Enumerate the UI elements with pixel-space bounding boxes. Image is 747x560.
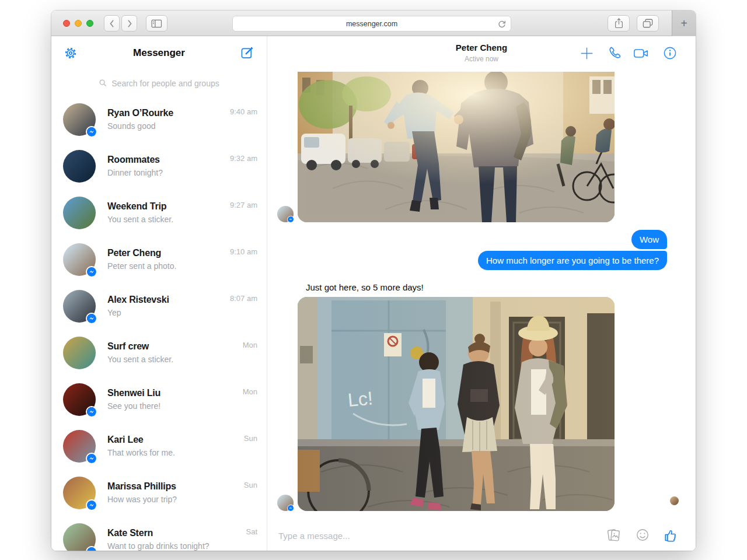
conversation-preview: See you there! [107,401,257,411]
outgoing-bubble: How much longer are you going to be ther… [478,251,667,270]
chevron-right-icon [127,19,132,28]
messenger-app: Messenger Search for people and groups R… [51,36,696,551]
conversation-avatar [63,197,96,229]
zoom-window-button[interactable] [86,20,93,27]
composer [267,520,696,551]
conversation-avatar [63,103,96,136]
conversation-time: 9:32 am [230,154,257,163]
thumbs-up-icon [664,528,679,543]
emoji-button[interactable] [636,528,651,543]
forward-button[interactable] [121,15,137,32]
conversation-preview: How was your trip? [107,495,257,504]
search-input[interactable]: Search for people and groups [51,70,267,96]
minimize-window-button[interactable] [75,20,82,27]
conversation-preview: Want to grab drinks tonight? [107,541,257,551]
info-icon [663,46,677,60]
conversation-time: 8:07 am [230,294,257,303]
conversation-avatar [63,477,96,509]
compose-icon [240,46,254,60]
settings-button[interactable] [64,47,77,60]
info-button[interactable] [662,45,678,61]
conversation-name: Shenwei Liu [107,388,257,398]
conversation-time: Mon [243,341,257,349]
message-input[interactable] [277,530,569,541]
conversation-row[interactable]: Ryan O’Rourke Sounds good 9:40 am [51,96,267,143]
reload-icon [497,19,507,29]
messenger-badge [287,216,295,223]
message-avatar [277,495,294,511]
conversation-preview: Peter sent a photo. [107,261,257,271]
message-avatar [277,206,294,222]
conversation-preview: Yep [107,308,257,317]
photos-icon [606,528,622,543]
emoji-smile-icon [636,528,650,542]
conversation-texts: Shenwei Liu See you there! [107,388,257,412]
conversation-name: Surf crew [107,341,257,352]
conversation-avatar [63,150,96,183]
chevron-left-icon [109,19,115,28]
conversation-name: Marissa Phillips [107,481,257,492]
share-icon [614,18,624,29]
conversation-list[interactable]: Ryan O’Rourke Sounds good 9:40 am Roomma… [51,96,267,551]
conversation-row[interactable]: Roommates Dinner tonight? 9:32 am [51,143,267,190]
conversation-avatar [63,383,96,416]
conversation-texts: Surf crew You sent a sticker. [107,341,257,365]
conversation-avatar [63,243,96,276]
conversation-row[interactable]: Weekend Trip You sent a sticker. 9:27 am [51,190,267,236]
conversation-texts: Kate Stern Want to grab drinks tonight? [107,528,257,551]
message-row: How much longer are you going to be ther… [267,249,696,270]
close-window-button[interactable] [63,20,70,27]
traffic-lights [63,20,93,27]
message-scroll-area[interactable]: Wow How much longer are you going to be … [267,70,696,520]
tabs-icon [642,18,654,29]
seen-receipt [670,496,679,505]
conversation-avatar [63,337,96,369]
like-button[interactable] [664,528,679,543]
new-tab-button[interactable]: + [672,10,696,36]
url-text: messenger.com [346,20,397,28]
conversation-time: 9:10 am [230,247,257,256]
compose-button[interactable] [240,46,254,60]
conversation-time: 9:27 am [230,201,257,209]
conversation-texts: Kari Lee That works for me. [107,435,257,459]
browser-window: messenger.com + Messenger [51,10,696,551]
conversation-row[interactable]: Kate Stern Want to grab drinks tonight? … [51,516,267,551]
conversation-row[interactable]: Marissa Phillips How was your trip? Sun [51,470,267,516]
conversation-texts: Marissa Phillips How was your trip? [107,481,257,505]
conversation-avatar [63,523,96,551]
conversation-time: Sun [244,481,257,489]
conversation-preview: Dinner tonight? [107,168,257,177]
conversation-time: Mon [243,387,257,396]
message-row: Wow [267,222,696,249]
messenger-badge [287,505,295,512]
conversation-row[interactable]: Alex Ristevski Yep 8:07 am [51,283,267,330]
video-call-button[interactable] [633,45,650,61]
conversation-row[interactable]: Peter Cheng Peter sent a photo. 9:10 am [51,236,267,283]
back-button[interactable] [104,15,120,32]
plus-icon [580,46,594,61]
sidebar-toggle-button[interactable] [146,15,167,32]
search-icon [99,79,107,88]
chat-panel: Peter Cheng Active now [267,36,696,551]
messenger-badge [86,126,97,138]
conversation-row[interactable]: Shenwei Liu See you there! Mon [51,376,267,423]
conversation-row[interactable]: Surf crew You sent a sticker. Mon [51,330,267,376]
photo-upload-button[interactable] [606,528,622,543]
conversation-avatar [63,430,96,463]
reload-button[interactable] [497,19,507,30]
address-bar[interactable]: messenger.com [232,16,511,32]
video-camera-icon [633,47,650,60]
conversation-row[interactable]: Kari Lee That works for me. Sun [51,423,267,470]
share-button[interactable] [608,15,630,32]
chat-status: Active now [267,55,696,63]
photo-message-friends[interactable]: Lc! [298,297,615,511]
conversation-time: Sun [244,434,257,443]
messenger-badge [86,546,97,551]
conversation-time: Sat [246,527,257,536]
photo-message-street[interactable] [298,72,615,222]
tabs-overview-button[interactable] [637,15,659,32]
voice-call-button[interactable] [606,45,623,61]
add-person-button[interactable] [578,45,595,61]
incoming-text-message: Just got here, so 5 more days! [267,282,696,292]
message-row: Lc! [267,297,696,511]
